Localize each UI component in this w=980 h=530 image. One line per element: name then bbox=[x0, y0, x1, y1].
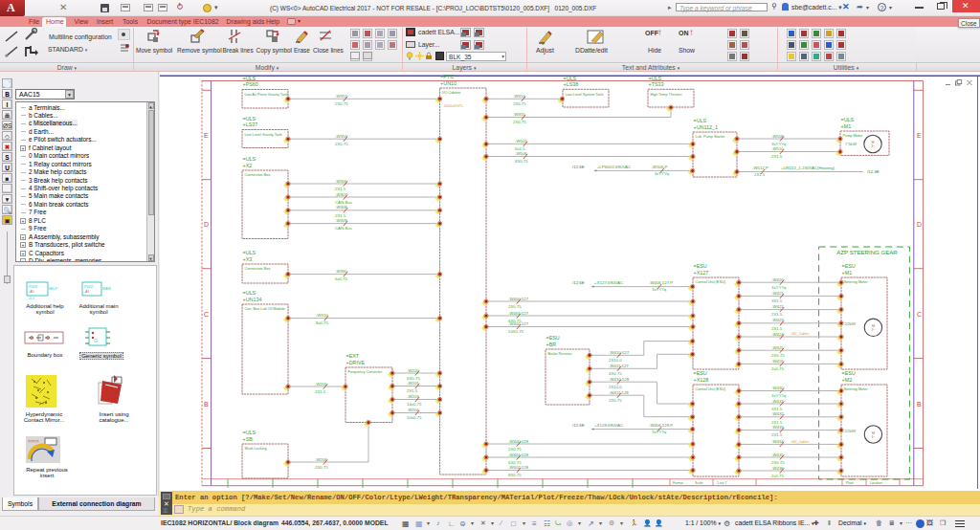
svg-text:-W360: -W360 bbox=[335, 269, 347, 274]
svg-text:3X1.5: 3X1.5 bbox=[771, 407, 783, 411]
svg-text:+TS33: +TS33 bbox=[649, 81, 664, 87]
svg-text:2X1.5: 2X1.5 bbox=[315, 389, 326, 394]
svg-text:/12.3E: /12.3E bbox=[867, 169, 880, 174]
svg-text:Connection Box: Connection Box bbox=[245, 173, 271, 177]
svg-text:=ULS: =ULS bbox=[649, 76, 662, 81]
svg-text:=ULS: =ULS bbox=[243, 156, 256, 162]
svg-text:+SB: +SB bbox=[243, 436, 254, 442]
svg-text:-W435: -W435 bbox=[771, 453, 784, 457]
svg-text:-W434: -W434 bbox=[771, 439, 784, 444]
svg-text:Lub. Pump Starter: Lub. Pump Starter bbox=[696, 135, 726, 139]
svg-text:-W430: -W430 bbox=[771, 386, 784, 390]
svg-text:-W201: -W201 bbox=[407, 381, 419, 386]
svg-text:=ULS: =ULS bbox=[564, 76, 577, 81]
svg-text:8x0.75: 8x0.75 bbox=[316, 320, 329, 325]
svg-text:+UN10: +UN10 bbox=[440, 80, 457, 86]
svg-text:=ULS: =ULS bbox=[243, 430, 256, 435]
svg-text:/12.6E: /12.6E bbox=[572, 280, 585, 285]
svg-text:+LS38: +LS38 bbox=[564, 81, 579, 87]
svg-text:Control Unit (ESU): Control Unit (ESU) bbox=[696, 280, 726, 284]
svg-text:=ESU: =ESU bbox=[546, 335, 560, 341]
svg-text:2X0.75: 2X0.75 bbox=[609, 398, 622, 403]
svg-text:2X0.75: 2X0.75 bbox=[335, 142, 348, 146]
svg-text:-W461.127: -W461.127 bbox=[508, 311, 529, 316]
svg-text:2X1.5: 2X1.5 bbox=[335, 213, 346, 218]
svg-text:+UN134: +UN134 bbox=[243, 297, 262, 302]
svg-text:Low Level System Tank: Low Level System Tank bbox=[566, 93, 604, 97]
svg-text:2X1.5: 2X1.5 bbox=[407, 388, 418, 393]
svg-text:2X0.75: 2X0.75 bbox=[508, 447, 522, 452]
svg-text:2X1.5: 2X1.5 bbox=[771, 326, 783, 331]
svg-text:3xYYYq: 3xYYYq bbox=[652, 430, 667, 434]
svg-text:-W355: -W355 bbox=[513, 112, 525, 117]
svg-text:Steering Motor: Steering Motor bbox=[844, 280, 869, 284]
svg-text:3xYYYq: 3xYYYq bbox=[652, 287, 667, 292]
svg-text:P002: P002 bbox=[84, 284, 94, 289]
svg-text:CAN-Bus: CAN-Bus bbox=[335, 226, 352, 231]
svg-text:-W433: -W433 bbox=[771, 425, 784, 430]
svg-text:MAIN: MAIN bbox=[102, 287, 111, 291]
svg-text:14x0.75: 14x0.75 bbox=[407, 402, 422, 407]
svg-text:=ESU: =ESU bbox=[694, 263, 707, 269]
svg-text:-W510: -W510 bbox=[771, 146, 784, 151]
svg-text:22kW: 22kW bbox=[845, 429, 857, 433]
svg-text:=ULS: =ULS bbox=[694, 118, 707, 123]
svg-text:+M2: +M2 bbox=[842, 377, 853, 383]
svg-text:+X2: +X2 bbox=[243, 163, 253, 168]
svg-text:-W353: -W353 bbox=[335, 134, 347, 139]
svg-text:-W400.128: -W400.128 bbox=[508, 439, 529, 444]
svg-text:G: G bbox=[94, 338, 98, 343]
svg-text:-W502: -W502 bbox=[515, 139, 527, 144]
svg-text:+X127,690VAC: +X127,690VAC bbox=[594, 280, 623, 285]
svg-text:-W410.128: -W410.128 bbox=[609, 377, 630, 382]
svg-text:+M1: +M1 bbox=[842, 270, 853, 276]
svg-text:2X1.5: 2X1.5 bbox=[771, 432, 783, 437]
svg-text:Brake Resistor: Brake Resistor bbox=[548, 352, 573, 356]
svg-text:1 out 7: 1 out 7 bbox=[717, 481, 726, 485]
svg-text:D: D bbox=[917, 221, 922, 228]
svg-text:-W423: -W423 bbox=[771, 318, 784, 322]
svg-text:-W506.P: -W506.P bbox=[652, 165, 668, 169]
svg-text:2X0.75: 2X0.75 bbox=[335, 101, 348, 106]
svg-text:-W432: -W432 bbox=[771, 411, 784, 416]
svg-text:2x0.75: 2x0.75 bbox=[771, 366, 785, 371]
svg-text:-W506: -W506 bbox=[515, 151, 527, 156]
svg-text:-W205: -W205 bbox=[315, 382, 327, 386]
svg-text:2X0.75: 2X0.75 bbox=[315, 465, 328, 470]
svg-text:Pump Motor: Pump Motor bbox=[843, 134, 863, 138]
svg-text:-W508: -W508 bbox=[771, 134, 784, 139]
svg-text:2X1.5: 2X1.5 bbox=[771, 312, 783, 317]
svg-text:3xYYYq: 3xYYYq bbox=[771, 285, 787, 290]
svg-text:2X10.0: 2X10.0 bbox=[609, 385, 622, 389]
svg-text:+5.0: +5.0 bbox=[28, 297, 34, 300]
svg-text:Control Unit (ESU): Control Unit (ESU) bbox=[696, 387, 726, 391]
svg-text:P002: P002 bbox=[29, 284, 38, 289]
svg-text:-W307: -W307 bbox=[335, 192, 347, 197]
svg-text:=ULS: =ULS bbox=[243, 76, 256, 81]
svg-text:Connection Box: Connection Box bbox=[245, 267, 271, 271]
svg-text:-W306: -W306 bbox=[335, 179, 347, 184]
svg-text:+X128: +X128 bbox=[694, 377, 709, 383]
svg-text:Location: Location bbox=[870, 481, 882, 485]
svg-text:+M1: +M1 bbox=[841, 123, 852, 129]
svg-text:2X1.5: 2X1.5 bbox=[771, 154, 783, 159]
svg-text:-W431: -W431 bbox=[771, 399, 784, 404]
svg-text:HELP: HELP bbox=[49, 287, 58, 291]
svg-text:2X0.75: 2X0.75 bbox=[771, 460, 785, 465]
svg-text:-W354: -W354 bbox=[513, 94, 525, 99]
svg-text:+LPS001,690VAC: +LPS001,690VAC bbox=[597, 165, 631, 169]
svg-text:0000xXGTL: 0000xXGTL bbox=[444, 104, 463, 108]
svg-text:2x0.75: 2x0.75 bbox=[771, 474, 785, 478]
svg-text:-W411.128: -W411.128 bbox=[609, 390, 629, 395]
svg-text:3X1.5: 3X1.5 bbox=[771, 298, 783, 303]
svg-text:10x0.75: 10x0.75 bbox=[407, 415, 422, 420]
svg-text:2X1.5: 2X1.5 bbox=[335, 187, 346, 191]
svg-text:10X0.75: 10X0.75 bbox=[508, 329, 524, 334]
svg-text:-A1: -A1 bbox=[84, 290, 90, 294]
svg-text:-W426: -W426 bbox=[771, 359, 784, 364]
svg-text:-W204: -W204 bbox=[407, 408, 419, 412]
svg-text:AZP STEERING GEAR: AZP STEERING GEAR bbox=[836, 249, 898, 255]
svg-text:B: B bbox=[204, 401, 209, 408]
svg-text:22kW: 22kW bbox=[845, 321, 857, 326]
svg-text:=ULS: =ULS bbox=[243, 290, 256, 296]
